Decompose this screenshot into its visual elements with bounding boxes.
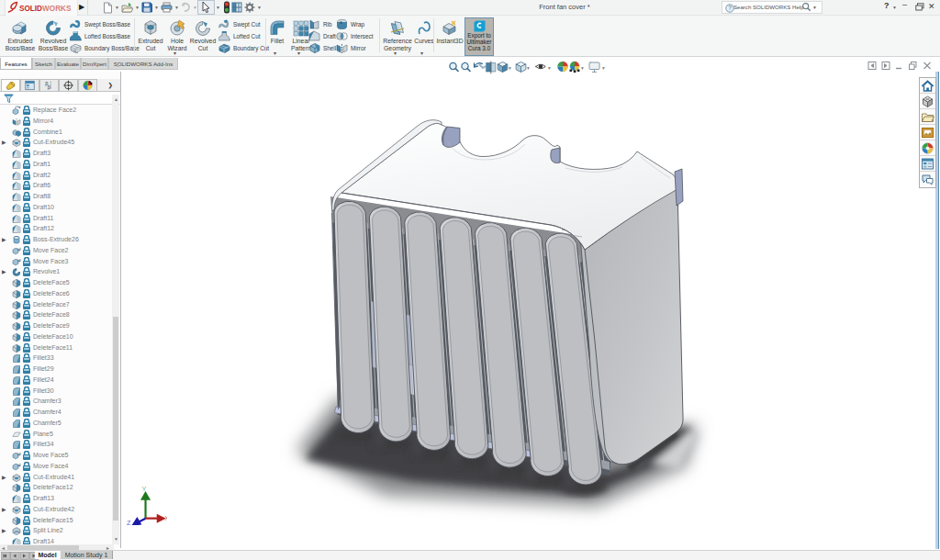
svg-text:▾: ▾ (581, 65, 584, 71)
svg-text:▾: ▾ (509, 65, 511, 71)
svg-text:▾: ▾ (527, 65, 530, 71)
svg-text:SOLIDWORKS: SOLIDWORKS (19, 5, 72, 13)
svg-text:▾: ▾ (602, 65, 605, 71)
svg-text:▾: ▾ (548, 65, 551, 71)
svg-text:?: ? (728, 5, 732, 11)
svg-text:X: X (164, 514, 167, 522)
svg-text:Z: Z (127, 519, 131, 525)
svg-text:β: β (48, 84, 50, 90)
svg-text:a: a (340, 19, 342, 25)
